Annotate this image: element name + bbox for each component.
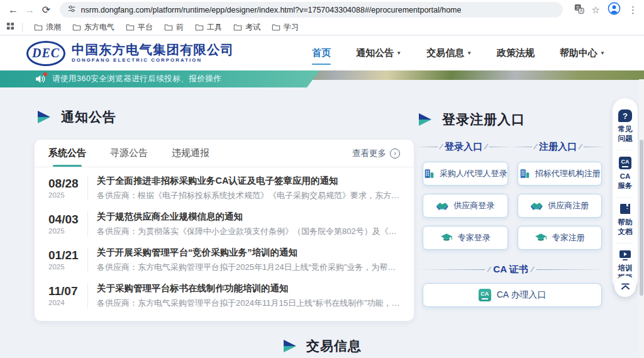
bookmark-folder[interactable]: 平台 xyxy=(122,21,157,34)
notice-title: 关于规范供应商企业规模信息的通知 xyxy=(97,211,400,223)
company-name-en: DONGFANG ELECTRIC CORPORATION xyxy=(72,58,234,64)
dec-logo-oval: DEC xyxy=(26,41,65,66)
quick-access-rail: 常见问题 CA服务 帮助文档 培训视频 xyxy=(613,98,638,293)
bookmark-folder[interactable]: 浪潮 xyxy=(30,21,65,34)
notice-summary: 各供应商：东方电气采购管理平台拟于2024年11月15日上线“标书在线制作”功能… xyxy=(97,298,400,309)
nav-notices[interactable]: 通知公告▼ xyxy=(356,47,401,59)
building-icon xyxy=(423,168,435,179)
url-text: nsrm.dongfang.com/platform/runtime/epp/d… xyxy=(81,6,462,14)
notice-summary: 各供应商：为贯彻落实《保障中小企业款项支付条例》（国务院令第802号）及《中小企… xyxy=(97,226,400,237)
circle-arrow-right-icon: › xyxy=(390,148,400,159)
browser-reload-button[interactable]: ⟳ xyxy=(39,3,53,18)
svg-text:A: A xyxy=(579,8,582,13)
notice-row[interactable]: 11/072024 关于采购管理平台标书在线制作功能培训的通知各供应商：东方电气… xyxy=(35,277,414,313)
bookmark-star-icon[interactable]: ☆ xyxy=(592,4,600,16)
bookmark-folder[interactable]: 考试 xyxy=(230,21,264,34)
building-icon xyxy=(519,168,530,179)
supplier-register-button[interactable]: 供应商注册 xyxy=(518,194,602,218)
register-group-label: ⁄⁄ 注册入口 ⁄⁄ xyxy=(511,141,605,153)
bookmark-folder[interactable]: 东方电气 xyxy=(69,21,118,34)
browser-forward-button[interactable]: → xyxy=(23,3,36,18)
login-section-heading: 登录注册入口 xyxy=(418,111,605,128)
apps-grid-icon[interactable] xyxy=(6,21,14,33)
login-register-panel: 登录注册入口 ⁄⁄ 登录入口 ⁄⁄ ⁄⁄ 注册入口 ⁄⁄ 采购人/代理人登录 招… xyxy=(416,111,605,307)
address-bar[interactable]: nsrm.dongfang.com/platform/runtime/epp/d… xyxy=(60,2,563,18)
chevron-down-icon: ▼ xyxy=(396,50,401,56)
graduation-cap-icon xyxy=(535,233,547,243)
notice-summary: 各供应商：根据《电子招标投标系统技术规范》《电子采购交易规范》要求，东方电气采购… xyxy=(97,190,400,201)
help-docs-shortcut[interactable]: 帮助文档 xyxy=(617,197,633,243)
chevron-up-to-line-icon xyxy=(621,283,630,290)
nav-policies[interactable]: 政策法规 xyxy=(497,47,535,59)
scrollbar-thumb[interactable] xyxy=(640,140,643,296)
ca-service-shortcut[interactable]: CA服务 xyxy=(617,150,633,197)
graduation-cap-icon xyxy=(440,233,453,243)
ca-apply-button[interactable]: CA 办理入口 xyxy=(423,283,602,307)
tab-system-notices[interactable]: 系统公告 xyxy=(48,140,86,167)
notices-section-heading: 通知公告 xyxy=(36,108,116,126)
announcement-text: 请使用360安全浏览器进行后续投标、报价操作 xyxy=(52,74,221,84)
handshake-icon xyxy=(530,201,543,211)
company-logo[interactable]: DEC 中国东方电气集团有限公司 DONGFANG ELECTRIC CORPO… xyxy=(26,41,234,66)
expert-login-button[interactable]: 专家登录 xyxy=(423,226,508,250)
bookmark-folder[interactable]: 学习 xyxy=(268,21,303,34)
browser-menu-icon[interactable]: ⋮ xyxy=(628,4,638,16)
trade-info-section-heading: 交易信息 xyxy=(0,337,644,355)
question-icon xyxy=(618,109,632,122)
announcement-marquee: 请使用360安全浏览器进行后续投标、报价操作 xyxy=(0,70,319,87)
section-title: 通知公告 xyxy=(61,108,116,126)
section-title: 交易信息 xyxy=(306,337,362,355)
site-header: DEC 中国东方电气集团有限公司 DONGFANG ELECTRIC CORPO… xyxy=(0,36,644,70)
divider xyxy=(87,247,88,272)
section-arrow-icon xyxy=(282,339,297,353)
notice-row[interactable]: 08/282025 关于全面推进非招标采购业务CA认证及电子签章应用的通知各供应… xyxy=(35,170,414,206)
nav-trade-info[interactable]: 交易信息▼ xyxy=(426,47,472,59)
notice-summary: 各供应商：东方电气采购管理平台拟于2025年1月24日上线“竞价采购”业务，为帮… xyxy=(97,262,400,273)
translate-icon[interactable]: 文A xyxy=(574,4,584,16)
profile-avatar-icon[interactable] xyxy=(608,2,621,18)
site-settings-icon[interactable] xyxy=(67,4,76,16)
section-arrow-icon xyxy=(36,110,52,124)
nav-help-center[interactable]: 帮助中心▼ xyxy=(560,47,605,59)
divider xyxy=(87,211,88,237)
section-title: 登录注册入口 xyxy=(442,111,525,128)
notification-dot xyxy=(43,72,47,76)
ca-badge-icon xyxy=(619,157,631,169)
notice-title: 关于采购管理平台标书在线制作功能培训的通知 xyxy=(97,282,400,294)
tab-sourcing-notices[interactable]: 寻源公告 xyxy=(110,140,148,167)
speaker-icon xyxy=(35,74,47,84)
section-arrow-icon xyxy=(418,113,433,126)
buyer-agent-login-button[interactable]: 采购人/代理人登录 xyxy=(423,162,508,186)
divider xyxy=(87,283,88,308)
tab-violation-reports[interactable]: 违规通报 xyxy=(172,140,209,167)
bookmark-folder[interactable]: 前 xyxy=(160,21,187,34)
notice-title: 关于开展采购管理平台“竞价采购业务”培训的通知 xyxy=(97,247,400,259)
company-name-cn: 中国东方电气集团有限公司 xyxy=(72,43,234,57)
view-more-link[interactable]: 查看更多 › xyxy=(352,148,400,159)
page-scrollbar[interactable] xyxy=(639,79,644,358)
supplier-login-button[interactable]: 供应商登录 xyxy=(423,194,508,218)
ca-group-label: ⁄⁄ CA 证书 ⁄⁄ xyxy=(416,264,605,276)
training-video-icon xyxy=(619,250,631,261)
notices-card: 系统公告 寻源公告 违规通报 查看更多 › 08/282025 关于全面推进非招… xyxy=(35,140,414,321)
bidding-agency-register-button[interactable]: 招标代理机构注册 xyxy=(518,162,602,186)
ca-badge-icon xyxy=(479,289,491,301)
help-doc-icon xyxy=(619,204,631,215)
chevron-down-icon: ▼ xyxy=(600,50,605,56)
faq-shortcut[interactable]: 常见问题 xyxy=(617,106,633,150)
notice-row[interactable]: 04/032025 关于规范供应商企业规模信息的通知各供应商：为贯彻落实《保障中… xyxy=(35,206,414,242)
back-to-top-button[interactable] xyxy=(614,276,636,297)
bookmark-folder[interactable]: 工具 xyxy=(191,21,226,34)
nav-home[interactable]: 首页 xyxy=(312,47,331,59)
main-nav: 首页 通知公告▼ 交易信息▼ 政策法规 帮助中心▼ xyxy=(312,47,605,59)
notice-row[interactable]: 01/212025 关于开展采购管理平台“竞价采购业务”培训的通知各供应商：东方… xyxy=(35,242,414,277)
browser-chrome: ← → ⟳ nsrm.dongfang.com/platform/runtime… xyxy=(0,0,644,35)
expert-register-button[interactable]: 专家注册 xyxy=(518,226,602,250)
notice-title: 关于全面推进非招标采购业务CA认证及电子签章应用的通知 xyxy=(97,175,400,187)
browser-back-button[interactable]: ← xyxy=(6,3,20,18)
divider xyxy=(87,176,88,201)
bookmarks-bar: 浪潮 东方电气 平台 前 工具 考试 学习 xyxy=(0,20,644,35)
notices-tab-bar: 系统公告 寻源公告 违规通报 查看更多 › xyxy=(35,140,414,167)
handshake-icon xyxy=(436,201,448,211)
login-group-label: ⁄⁄ 登录入口 ⁄⁄ xyxy=(416,141,511,153)
